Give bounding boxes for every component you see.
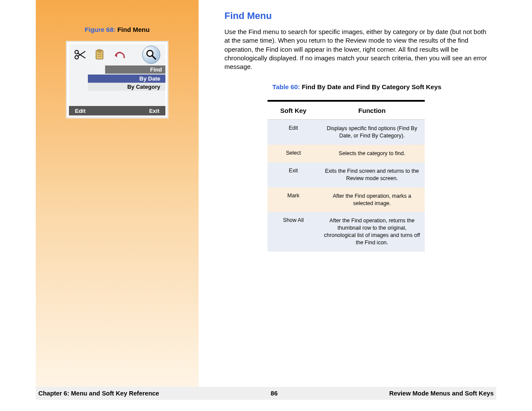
cell-function: Selects the category to find. bbox=[319, 145, 425, 162]
figure-title: Find Menu bbox=[117, 26, 149, 33]
section-paragraph: Use the Find menu to search for specific… bbox=[224, 28, 489, 71]
find-menu-list: By Date By Category bbox=[88, 75, 165, 91]
footer-page-number: 86 bbox=[271, 390, 277, 397]
page: Figure 68: Find Menu bbox=[36, 0, 496, 400]
footer-section: Review Mode Menus and Soft Keys bbox=[389, 390, 494, 397]
find-tab: Find bbox=[105, 65, 165, 74]
camera-screen-inner: Find By Date By Category Edit Exit bbox=[69, 44, 165, 115]
softkey-bar: Edit Exit bbox=[69, 106, 165, 115]
table-row: Edit Displays specific find options (Fin… bbox=[268, 120, 425, 145]
svg-rect-5 bbox=[98, 50, 101, 52]
softkey-table: Soft Key Function Edit Displays specific… bbox=[268, 100, 425, 252]
clipboard-icon bbox=[95, 49, 105, 60]
table-label: Table 60: bbox=[272, 83, 300, 90]
softkey-edit: Edit bbox=[75, 108, 86, 114]
figure-caption: Figure 68: Find Menu bbox=[36, 26, 199, 33]
menu-item-by-date: By Date bbox=[88, 75, 165, 83]
cell-function: Displays specific find options (Find By … bbox=[319, 120, 425, 145]
scissors-icon bbox=[74, 50, 86, 60]
table-header-function: Function bbox=[319, 102, 425, 119]
footer-chapter: Chapter 6: Menu and Soft Key Reference bbox=[38, 390, 159, 397]
cell-softkey: Edit bbox=[268, 120, 319, 145]
section-heading: Find Menu bbox=[224, 10, 496, 22]
camera-screen: Find By Date By Category Edit Exit bbox=[66, 41, 168, 118]
magnifier-icon bbox=[142, 46, 160, 64]
cell-function: After the Find operation, marks a select… bbox=[319, 187, 425, 212]
softkey-exit: Exit bbox=[149, 108, 159, 114]
undo-icon bbox=[114, 50, 127, 59]
page-footer: Chapter 6: Menu and Soft Key Reference 8… bbox=[36, 387, 496, 400]
table-row: Show All After the Find operation, retur… bbox=[268, 212, 425, 252]
table-header-softkey: Soft Key bbox=[268, 102, 319, 119]
cell-function: Exits the Find screen and returns to the… bbox=[319, 162, 425, 187]
cell-softkey: Show All bbox=[268, 212, 319, 252]
cell-softkey: Mark bbox=[268, 187, 319, 212]
sidebar: Figure 68: Find Menu bbox=[36, 0, 199, 387]
table-title: Find By Date and Find By Category Soft K… bbox=[302, 83, 441, 90]
table-caption: Table 60: Find By Date and Find By Categ… bbox=[224, 83, 489, 90]
table-row: Select Selects the category to find. bbox=[268, 145, 425, 162]
cell-softkey: Select bbox=[268, 145, 319, 162]
table-header: Soft Key Function bbox=[268, 102, 425, 120]
table-row: Exit Exits the Find screen and returns t… bbox=[268, 162, 425, 187]
cell-softkey: Exit bbox=[268, 162, 319, 187]
svg-line-11 bbox=[152, 56, 156, 59]
cell-function: After the Find operation, returns the th… bbox=[319, 212, 425, 252]
figure-label: Figure 68: bbox=[85, 26, 116, 33]
main-content: Find Menu Use the Find menu to search fo… bbox=[199, 0, 496, 400]
menu-item-by-category: By Category bbox=[88, 83, 165, 91]
toolbar-icon-row bbox=[69, 47, 165, 63]
table-row: Mark After the Find operation, marks a s… bbox=[268, 187, 425, 212]
